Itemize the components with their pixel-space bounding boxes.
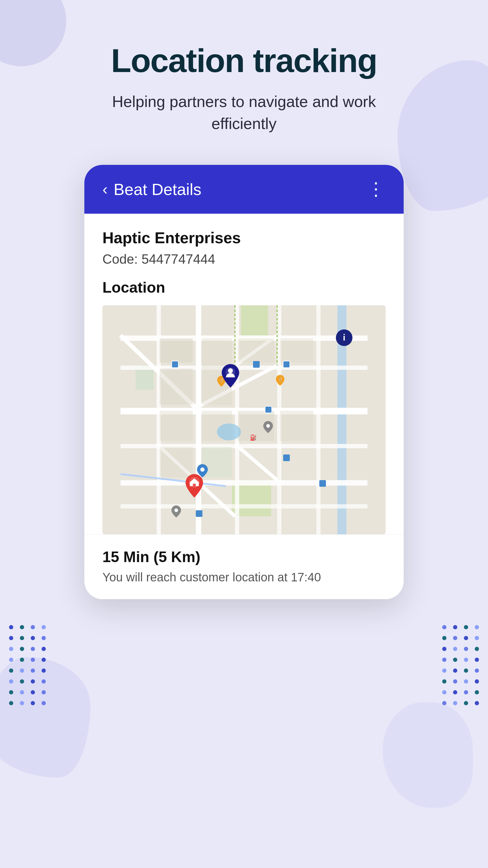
dot	[31, 625, 35, 629]
svg-rect-28	[238, 338, 274, 363]
dot	[475, 690, 479, 694]
dot	[453, 701, 457, 705]
dot	[442, 669, 447, 673]
app-body: Haptic Enterprises Code: 5447747444 Loca…	[84, 214, 404, 534]
dot	[453, 669, 457, 673]
dot	[20, 690, 24, 694]
enterprise-code: Code: 5447747444	[102, 252, 386, 267]
dot	[41, 690, 46, 694]
dot	[442, 625, 447, 629]
enterprise-name: Haptic Enterprises	[102, 229, 386, 247]
svg-rect-50	[253, 361, 260, 368]
code-label: Code:	[102, 252, 138, 267]
svg-rect-45	[265, 406, 272, 413]
dot	[31, 701, 35, 705]
dot	[31, 679, 35, 684]
dot	[442, 701, 447, 705]
svg-point-51	[200, 467, 204, 472]
dot	[453, 647, 457, 651]
dot	[9, 658, 13, 662]
dot	[475, 658, 479, 662]
dot	[31, 669, 35, 673]
dot	[453, 636, 457, 640]
svg-rect-30	[160, 411, 193, 441]
svg-point-39	[266, 424, 270, 428]
svg-rect-26	[160, 369, 193, 405]
dot	[464, 647, 468, 651]
dot	[464, 690, 468, 694]
dot	[475, 636, 479, 640]
page-title: Location tracking	[111, 42, 377, 79]
header-menu-button[interactable]: ⋮	[367, 180, 386, 198]
dot	[453, 679, 457, 684]
header-title: Beat Details	[113, 180, 201, 198]
dot	[31, 690, 35, 694]
svg-rect-25	[160, 338, 193, 363]
svg-rect-48	[196, 510, 202, 517]
info-marker[interactable]: i	[336, 330, 352, 346]
dot	[475, 669, 479, 673]
dot	[20, 669, 24, 673]
dot	[9, 669, 13, 673]
dot	[41, 658, 46, 662]
svg-rect-47	[283, 455, 290, 461]
header-left: ‹ Beat Details	[102, 180, 201, 198]
dot	[20, 658, 24, 662]
svg-point-54	[228, 368, 233, 373]
dot	[41, 647, 46, 651]
dot	[442, 636, 447, 640]
dot	[442, 647, 447, 651]
dot	[464, 669, 468, 673]
dot	[464, 625, 468, 629]
dot	[442, 679, 447, 684]
arrival-description: You will reach customer location at 17:4…	[102, 570, 386, 584]
dot	[453, 658, 457, 662]
svg-text:⛽: ⛽	[250, 434, 257, 441]
dot	[475, 701, 479, 705]
back-button[interactable]: ‹	[102, 181, 107, 197]
dot	[31, 658, 35, 662]
map-container[interactable]: 🍴 🍴 ⛽	[102, 305, 386, 534]
home-marker	[184, 474, 205, 498]
svg-rect-41	[172, 361, 178, 368]
dot	[475, 647, 479, 651]
dot	[41, 679, 46, 684]
dot	[41, 625, 46, 629]
svg-rect-49	[319, 480, 326, 487]
dot	[9, 690, 13, 694]
dot	[442, 690, 447, 694]
dot	[9, 636, 13, 640]
dot-grid-left	[9, 625, 46, 705]
dot	[464, 636, 468, 640]
dot	[453, 625, 457, 629]
dot	[20, 625, 24, 629]
dot	[41, 636, 46, 640]
phone-mockup: ‹ Beat Details ⋮ Haptic Enterprises Code…	[84, 165, 404, 599]
dot	[9, 625, 13, 629]
dot	[9, 679, 13, 684]
dot	[31, 647, 35, 651]
person-marker	[220, 364, 241, 388]
info-card: 15 Min (5 Km) You will reach customer lo…	[84, 534, 404, 599]
dot	[9, 647, 13, 651]
svg-rect-33	[160, 447, 193, 477]
svg-rect-15	[316, 305, 321, 534]
dot	[20, 701, 24, 705]
svg-rect-29	[280, 338, 313, 363]
dot	[464, 701, 468, 705]
dot	[475, 679, 479, 684]
page-subtitle: Helping partners to navigate and work ef…	[108, 91, 380, 135]
svg-point-52	[174, 508, 178, 512]
dot	[20, 636, 24, 640]
dot-grid-right	[442, 625, 479, 705]
code-value: 5447747444	[141, 252, 216, 267]
dot	[442, 658, 447, 662]
dot	[475, 625, 479, 629]
app-header: ‹ Beat Details ⋮	[84, 165, 404, 214]
travel-time: 15 Min (5 Km)	[102, 548, 386, 566]
svg-text:🍴: 🍴	[278, 377, 283, 382]
svg-point-36	[217, 424, 241, 440]
svg-rect-12	[196, 305, 201, 534]
location-label: Location	[102, 279, 386, 296]
dot	[31, 636, 35, 640]
